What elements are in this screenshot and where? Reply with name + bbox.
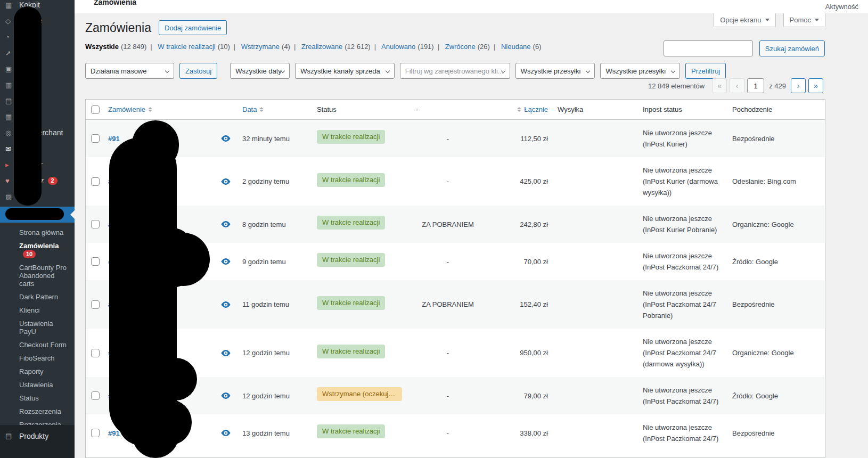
order-origin: Organiczne: Google [729, 211, 825, 238]
bulk-actions-select[interactable]: Działania masowe [85, 63, 174, 79]
top-strip: Zamówienia Aktywność [75, 0, 868, 13]
sidebar-item-masked[interactable]: ➚ [0, 45, 75, 61]
shipments-select-2[interactable]: Wszystkie przesyłki [600, 63, 680, 79]
row-checkbox[interactable] [91, 429, 100, 437]
order-link[interactable]: #9wska [108, 392, 174, 400]
current-item-arrow-icon [70, 210, 75, 219]
sidebar-item-woocommerce-active[interactable] [0, 207, 75, 223]
all-dates-select[interactable]: Wszystkie daty [230, 63, 290, 79]
filter-separator: | [150, 43, 152, 51]
sidebar-submenu-item[interactable]: Zamówienia 10 [0, 239, 75, 261]
status-filter-link[interactable]: Wstrzymane [241, 43, 280, 51]
sidebar-item-masked[interactable]: ▨ [0, 189, 75, 205]
sidebar-item-masked[interactable]: ▥ [0, 77, 75, 93]
preview-eye-icon[interactable] [221, 301, 231, 308]
sidebar-submenu-item[interactable]: FiboSearch [0, 351, 75, 365]
screen-options-button[interactable]: Opcje ekranu [714, 13, 775, 27]
order-link[interactable]: #91ska [108, 300, 173, 308]
status-filter-count: (191) [417, 43, 433, 51]
last-page-button[interactable]: » [808, 78, 823, 93]
status-filter-link[interactable]: Nieudane [501, 43, 531, 51]
preview-eye-icon[interactable] [221, 258, 231, 265]
select-all-checkbox[interactable] [91, 105, 100, 114]
row-checkbox[interactable] [91, 134, 100, 143]
status-filter-link[interactable]: Anulowano [381, 43, 415, 51]
sidebar-item-masked[interactable]: ▦ ks [0, 109, 75, 125]
preview-eye-icon[interactable] [221, 178, 231, 185]
sidebar-item-masked[interactable]: ◎ Merchant [0, 125, 75, 141]
help-button[interactable]: Pomoc [783, 13, 825, 27]
customer-filter-select[interactable]: Filtruj wg zarejestrowanego kli... [400, 63, 510, 79]
order-link[interactable]: #9hel [108, 220, 167, 228]
sidebar-submenu-item[interactable]: Status [0, 391, 75, 405]
sidebar-item-masked[interactable]: ✉ [0, 141, 75, 157]
sidebar-submenu-item[interactable]: CartBounty Pro Abandoned carts [0, 261, 75, 290]
preview-eye-icon[interactable] [221, 135, 231, 142]
prev-page-button[interactable]: ‹ [730, 78, 744, 93]
next-page-button[interactable]: › [791, 78, 806, 93]
inpost-status: Nie utworzona jeszcze (InPost Paczkomat … [640, 414, 729, 452]
sidebar-item-masked[interactable]: ▸ tter [0, 157, 75, 173]
current-page-input[interactable] [747, 78, 764, 93]
status-filter-link[interactable]: Wszystkie [85, 43, 119, 51]
sort-by-date[interactable]: Data [242, 105, 264, 113]
status-filter: Zwrócone(26)| [445, 43, 501, 51]
sidebar-item-masked[interactable]: ♥ anz 2 [0, 173, 75, 189]
sidebar-submenu-item[interactable]: Rozszerzenia [0, 405, 75, 418]
row-checkbox[interactable] [91, 300, 100, 309]
sidebar-submenu-item[interactable]: Ustawienia [0, 378, 75, 391]
preview-eye-icon[interactable] [221, 429, 231, 437]
order-link[interactable]: #91wski [108, 177, 176, 185]
order-search: Szukaj zamówień [664, 40, 825, 56]
submenu-item-label: Checkout Form [19, 341, 67, 349]
sort-by-total[interactable]: Łącznie [517, 105, 548, 113]
row-checkbox[interactable] [91, 220, 100, 228]
sidebar-item-masked[interactable]: ◔ k [0, 29, 75, 45]
sidebar-submenu-item[interactable]: Ustawienia PayU [0, 317, 75, 338]
filter-button[interactable]: Przefiltruj [685, 63, 726, 79]
status-filter-link[interactable]: W trakcie realizacji [158, 43, 215, 51]
row-checkbox[interactable] [91, 257, 100, 266]
status-badge: W trakcie realizacji [317, 173, 385, 187]
sidebar-item-masked[interactable]: ▣ o [0, 61, 75, 77]
order-row: #91das 32 minuty temu W trakcie realizac… [86, 120, 825, 157]
order-search-input[interactable] [664, 40, 753, 56]
status-filter-link[interactable]: Zrealizowane [301, 43, 342, 51]
preview-eye-icon[interactable] [221, 392, 231, 399]
status-filter-link[interactable]: Zwrócone [445, 43, 476, 51]
order-link[interactable]: #9ska [108, 258, 169, 266]
sidebar-item-masked[interactable]: ▤ [0, 93, 75, 109]
row-checkbox[interactable] [91, 391, 100, 400]
order-link[interactable]: #91das [108, 135, 173, 143]
apply-button[interactable]: Zastosuj [179, 63, 217, 79]
bulk-actions-label: Działania masowe [91, 67, 147, 75]
order-link[interactable]: #91ek [108, 429, 169, 437]
first-page-button[interactable]: « [712, 78, 727, 93]
status-badge: W trakcie realizacji [317, 216, 385, 230]
order-date: 12 godzin temu [239, 340, 314, 366]
row-checkbox[interactable] [91, 349, 100, 357]
sidebar-submenu-item[interactable]: Dark Pattern [0, 290, 75, 304]
sidebar-item-produkty[interactable]: ▤ Produkty [0, 425, 75, 458]
table-header: Zamówienie Data Status - Łącznie Wysyłka [86, 100, 825, 120]
sidebar-submenu-item[interactable]: Strona główna [0, 226, 75, 239]
sort-by-order[interactable]: Zamówienie [108, 105, 152, 113]
row-checkbox[interactable] [91, 177, 100, 186]
sales-channels-select[interactable]: Wszystkie kanały sprzeda [295, 63, 395, 79]
sidebar-item-masked[interactable]: ◇ me [0, 13, 75, 29]
sidebar-item-kokpit[interactable]: ▦ Kokpit [0, 0, 75, 13]
order-date: 12 godzin temu [239, 383, 314, 409]
add-order-button[interactable]: Dodaj zamówienie [159, 20, 227, 35]
shipments-select-1[interactable]: Wszystkie przesyłki [515, 63, 595, 79]
sidebar-submenu-item[interactable]: Klienci [0, 304, 75, 317]
activity-link[interactable]: Aktywność [825, 3, 858, 11]
order-link[interactable]: #9cka [108, 349, 169, 357]
sidebar-submenu-item[interactable]: Checkout Form [0, 338, 75, 351]
filter-separator: | [294, 43, 296, 51]
status-filter-count: (6) [533, 43, 542, 51]
status-filter-count: (12 612) [345, 43, 370, 51]
preview-eye-icon[interactable] [221, 220, 231, 228]
sidebar-submenu-item[interactable]: Raporty [0, 365, 75, 378]
preview-eye-icon[interactable] [221, 349, 231, 357]
search-orders-button[interactable]: Szukaj zamówień [759, 40, 825, 56]
